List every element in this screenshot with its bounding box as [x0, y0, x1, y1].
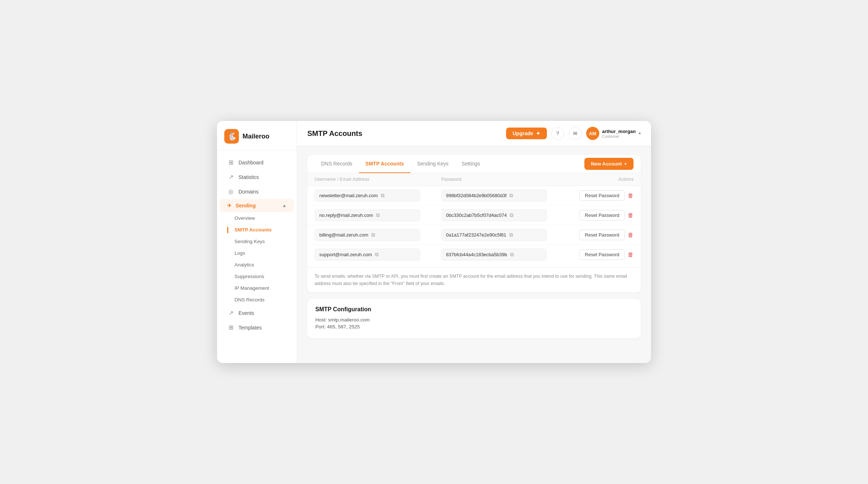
delete-2-button[interactable]: 🗑	[628, 212, 634, 219]
sidebar-item-label: Statistics	[238, 174, 259, 180]
sidebar-item-analytics[interactable]: Analytics	[220, 259, 294, 270]
table-row: no.reply@mail.zeruh.com ⧉ 0bc330c2ab7b5c…	[307, 206, 641, 225]
sidebar-item-sending[interactable]: ✈ Sending ▲	[220, 199, 294, 212]
question-icon: ?	[556, 130, 559, 136]
sidebar-nav: ⊞ Dashboard ↗ Statistics ◎ Domains ✈ Sen…	[217, 151, 297, 363]
copy-email-2-button[interactable]: ⧉	[376, 212, 380, 218]
copy-password-4-button[interactable]: ⧉	[510, 251, 514, 258]
sidebar-item-label: Domains	[238, 189, 259, 195]
tab-settings[interactable]: Settings	[455, 155, 487, 173]
sub-nav-label: Sending Keys	[234, 239, 265, 244]
statistics-icon: ↗	[227, 173, 234, 180]
logo-area[interactable]: 🐇 Maileroo	[217, 121, 297, 151]
sidebar-item-domains[interactable]: ◎ Domains	[220, 184, 294, 199]
sidebar-item-events[interactable]: ↗ Events	[220, 306, 294, 320]
smtp-config-section: SMTP Configuration Host: smtp.maileroo.c…	[307, 299, 641, 338]
copy-email-3-button[interactable]: ⧉	[371, 232, 375, 238]
main-area: SMTP Accounts Upgrade ✦ ? ✉ AM arthur_mo…	[297, 121, 651, 363]
copy-password-3-button[interactable]: ⧉	[509, 232, 513, 238]
table-row: support@mail.zeruh.com ⧉ 837bfcb44a4c183…	[307, 245, 641, 264]
tab-dns-records[interactable]: DNS Records	[315, 155, 359, 173]
email-value-2: no.reply@mail.zeruh.com	[319, 212, 373, 218]
reset-password-2-button[interactable]: Reset Password	[579, 210, 625, 220]
sidebar-item-overview[interactable]: Overview	[220, 212, 294, 224]
mail-icon: ✉	[573, 130, 577, 136]
page-content: DNS Records SMTP Accounts Sending Keys S…	[297, 146, 651, 363]
tab-sending-keys[interactable]: Sending Keys	[410, 155, 455, 173]
email-field-2: no.reply@mail.zeruh.com ⧉	[315, 209, 420, 221]
chevron-up-icon: ▲	[282, 203, 287, 208]
sidebar-item-logs[interactable]: Logs	[220, 247, 294, 259]
sub-nav-label: Suppressions	[234, 274, 264, 279]
delete-3-button[interactable]: 🗑	[628, 232, 634, 238]
mail-button[interactable]: ✉	[569, 127, 582, 140]
row-actions-3: Reset Password 🗑	[568, 230, 634, 240]
sidebar-item-statistics[interactable]: ↗ Statistics	[220, 170, 294, 184]
delete-1-button[interactable]: 🗑	[628, 192, 634, 199]
smtp-accounts-table: Username / Email Address Password Action…	[307, 173, 641, 267]
copy-email-1-button[interactable]: ⧉	[381, 192, 384, 199]
page-title: SMTP Accounts	[307, 129, 362, 138]
delete-4-button[interactable]: 🗑	[628, 251, 634, 258]
password-value-2: 0bc330c2ab7b5cf07d4ac074	[446, 212, 507, 218]
smtp-config-port: Port: 465, 587, 2525	[315, 324, 633, 329]
chevron-down-icon: ▾	[639, 131, 641, 136]
sidebar-item-dashboard[interactable]: ⊞ Dashboard	[220, 155, 294, 169]
email-field-3: billing@mail.zeruh.com ⧉	[315, 229, 420, 241]
email-value-3: billing@mail.zeruh.com	[319, 232, 368, 238]
upgrade-label: Upgrade	[513, 130, 533, 136]
new-account-button[interactable]: New Account +	[584, 158, 634, 170]
row-actions-2: Reset Password 🗑	[568, 210, 634, 220]
col-email-label: Username / Email Address	[315, 177, 441, 182]
copy-email-4-button[interactable]: ⧉	[375, 251, 379, 258]
main-card: DNS Records SMTP Accounts Sending Keys S…	[307, 155, 641, 292]
reset-password-1-button[interactable]: Reset Password	[579, 190, 625, 201]
password-field-3: 0a1a177af23247e2e90c5f81 ⧉	[441, 229, 547, 241]
col-password-label: Password	[441, 177, 568, 182]
user-menu[interactable]: AM arthur_morgan Customer ▾	[586, 127, 641, 140]
table-row: billing@mail.zeruh.com ⧉ 0a1a177af23247e…	[307, 225, 641, 245]
tabs-bar: DNS Records SMTP Accounts Sending Keys S…	[307, 155, 641, 173]
templates-icon: ⊞	[227, 324, 234, 331]
row-actions-4: Reset Password 🗑	[568, 249, 634, 260]
domains-icon: ◎	[227, 188, 234, 195]
logo-text: Maileroo	[242, 133, 269, 140]
table-row: newsletter@mail.zeruh.com ⧉ 998bf32d084b…	[307, 186, 641, 206]
copy-password-1-button[interactable]: ⧉	[509, 192, 513, 199]
copy-password-2-button[interactable]: ⧉	[510, 212, 513, 218]
avatar: AM	[586, 127, 599, 140]
info-text: To send emails, whether via SMTP or API,…	[307, 267, 641, 292]
sending-icon: ✈	[227, 203, 232, 208]
reset-password-4-button[interactable]: Reset Password	[579, 249, 625, 260]
sub-nav-label: IP Management	[234, 285, 269, 291]
smtp-config-host: Host: smtp.maileroo.com	[315, 317, 633, 323]
sparkle-icon: ✦	[536, 130, 540, 136]
help-button[interactable]: ?	[551, 127, 564, 140]
sidebar-item-templates[interactable]: ⊞ Templates	[220, 320, 294, 335]
password-field-2: 0bc330c2ab7b5cf07d4ac074 ⧉	[441, 209, 547, 221]
sidebar: 🐇 Maileroo ⊞ Dashboard ↗ Statistics ◎ Do…	[217, 121, 297, 363]
sidebar-item-ip-management[interactable]: IP Management	[220, 282, 294, 294]
password-field-4: 837bfcb44a4c183ecba5b39b ⧉	[441, 249, 547, 261]
logo-icon: 🐇	[224, 129, 239, 144]
row-actions-1: Reset Password 🗑	[568, 190, 634, 201]
sidebar-item-label: Dashboard	[238, 160, 264, 165]
user-name: arthur_morgan	[602, 129, 636, 134]
reset-password-3-button[interactable]: Reset Password	[579, 230, 625, 240]
user-info: arthur_morgan Customer	[602, 129, 636, 138]
sidebar-item-label: Sending	[236, 203, 256, 208]
plus-icon: +	[624, 161, 627, 167]
sidebar-item-sending-keys[interactable]: Sending Keys	[220, 236, 294, 247]
tab-smtp-accounts[interactable]: SMTP Accounts	[359, 155, 411, 173]
upgrade-button[interactable]: Upgrade ✦	[506, 128, 547, 139]
email-field-1: newsletter@mail.zeruh.com ⧉	[315, 190, 420, 202]
sidebar-item-suppressions[interactable]: Suppressions	[220, 271, 294, 282]
sub-nav-label: Logs	[234, 250, 245, 256]
events-icon: ↗	[227, 309, 234, 316]
sidebar-item-dns-records[interactable]: DNS Records	[220, 294, 294, 305]
password-value-1: 998bf32d084b2e9b05680d3f	[446, 193, 506, 198]
tabs: DNS Records SMTP Accounts Sending Keys S…	[315, 155, 486, 173]
sidebar-item-label: Events	[238, 310, 254, 316]
sidebar-item-smtp-accounts[interactable]: SMTP Accounts	[220, 224, 294, 235]
dashboard-icon: ⊞	[227, 159, 234, 166]
